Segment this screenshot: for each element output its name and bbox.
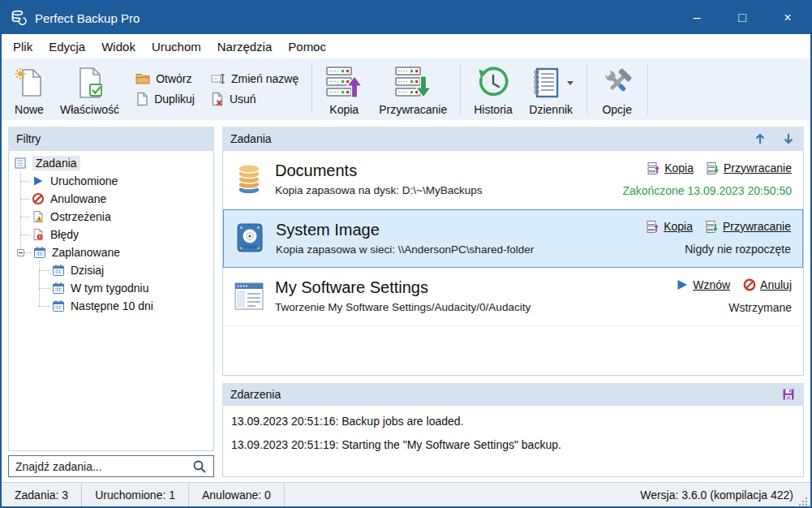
menu-uruchom[interactable]: Uruchom	[144, 37, 209, 57]
duplicate-button[interactable]: Duplikuj	[132, 90, 198, 108]
backup-link[interactable]: Kopia	[647, 220, 693, 233]
task-row-system-image[interactable]: System Image Kopia zapasowa w sieci: \\A…	[223, 209, 803, 268]
tree-item-ostrzezenia[interactable]: Ostrzeżenia	[9, 208, 213, 226]
cancel-link[interactable]: Anuluj	[743, 278, 792, 291]
tree-item-uruchomione[interactable]: Uruchomione	[9, 172, 213, 190]
close-button[interactable]: ×	[765, 2, 810, 34]
title-bar: Perfect Backup Pro – □ ×	[2, 2, 810, 34]
restore-label: Przywracanie	[379, 103, 447, 116]
right-column: Zadania	[222, 127, 804, 477]
toolbar-group-open-duplicate: Otwórz Duplikuj	[127, 61, 203, 118]
filters-header: Filtry	[8, 127, 214, 151]
calendar-icon	[52, 282, 65, 295]
search-input[interactable]	[15, 460, 192, 473]
backup-small-icon	[647, 220, 659, 233]
window-title: Perfect Backup Pro	[35, 11, 674, 25]
events-log: 13.09.2023 20:51:16: Backup jobs are loa…	[222, 406, 804, 477]
properties-label: Właściwość	[60, 103, 119, 116]
tree-item-label: Uruchomione	[50, 174, 118, 187]
task-description: Kopia zapasowa w sieci: \\AndersonPC\sha…	[276, 243, 647, 256]
tree-item-label: Błędy	[50, 228, 79, 241]
app-window: Perfect Backup Pro – □ × Plik Edycja Wid…	[0, 0, 812, 508]
move-up-icon[interactable]	[754, 132, 767, 146]
resume-link[interactable]: Wznów	[676, 278, 730, 291]
resize-grip[interactable]	[798, 497, 808, 506]
rename-label: Zmień nazwę	[231, 72, 299, 85]
task-title: System Image	[276, 221, 647, 239]
tree-connector	[20, 181, 30, 182]
minimize-button[interactable]: –	[674, 2, 720, 34]
tree-item-zadania[interactable]: Zadania	[9, 154, 213, 172]
event-line: 13.09.2023 20:51:19: Starting the "My So…	[231, 433, 795, 457]
app-window-icon	[233, 282, 265, 311]
restore-link-label: Przywracanie	[724, 161, 792, 174]
backup-link[interactable]: Kopia	[647, 161, 694, 174]
options-button[interactable]: Opcje	[592, 61, 642, 118]
maximize-button[interactable]: □	[720, 2, 765, 34]
toolbar-group-rename-delete: Zmień nazwę Usuń	[203, 61, 307, 118]
open-button[interactable]: Otwórz	[132, 71, 198, 87]
error-document-icon	[32, 228, 45, 241]
task-status: Wstrzymane	[728, 301, 792, 314]
backup-servers-icon	[325, 64, 363, 101]
collapse-expander-icon[interactable]	[17, 249, 24, 256]
delete-button[interactable]: Usuń	[208, 90, 302, 108]
duplicate-icon	[135, 92, 148, 106]
filters-tree: Zadania Uruchomione An	[8, 151, 214, 451]
rename-button[interactable]: Zmień nazwę	[208, 71, 302, 87]
version-label: Wersja: 3.6.0 (kompilacja 422)	[635, 489, 798, 502]
tree-item-anulowane[interactable]: Anulowane	[9, 190, 213, 208]
menu-narzedzia[interactable]: Narzędzia	[209, 37, 281, 57]
task-row-my-software-settings[interactable]: My Software Settings Tworzenie My Softwa…	[223, 268, 803, 326]
backup-button[interactable]: Kopia	[317, 61, 371, 118]
task-list-icon	[14, 157, 27, 170]
menu-widok[interactable]: Widok	[93, 37, 144, 57]
task-list: Documents Kopia zapasowa na dysk: D:\~\M…	[222, 151, 804, 376]
restore-link[interactable]: Przywracanie	[707, 161, 792, 174]
open-label: Otwórz	[156, 72, 191, 85]
task-row-documents[interactable]: Documents Kopia zapasowa na dysk: D:\~\M…	[223, 151, 803, 209]
block-icon	[743, 278, 756, 291]
events-header: Zdarzenia	[222, 383, 804, 406]
task-description: Kopia zapasowa na dysk: D:\~\MyBackups	[275, 184, 622, 196]
database-icon	[233, 163, 265, 196]
status-cancelled-count: Anulowane: 0	[189, 483, 284, 506]
backup-link-label: Kopia	[664, 220, 693, 233]
history-button[interactable]: Historia	[466, 61, 520, 118]
properties-button[interactable]: Właściwość	[52, 61, 127, 118]
tree-item-w-tym-tygodniu[interactable]: W tym tygodniu	[9, 279, 213, 297]
rename-icon	[211, 73, 226, 84]
filters-header-label: Filtry	[16, 132, 41, 145]
menu-plik[interactable]: Plik	[5, 37, 41, 57]
tree-item-nastepne-10-dni[interactable]: Następne 10 dni	[9, 297, 213, 315]
move-down-icon[interactable]	[782, 132, 796, 146]
tree-item-bledy[interactable]: Błędy	[9, 226, 213, 243]
journal-dropdown-icon[interactable]	[567, 81, 574, 85]
journal-icon	[529, 67, 561, 99]
tasks-panel: Zadania	[222, 127, 804, 376]
search-icon[interactable]	[192, 459, 207, 474]
history-icon	[476, 64, 510, 101]
tree-item-zaplanowane[interactable]: Zaplanowane	[9, 243, 213, 261]
task-status: Zakończone 13.09.2023 20:50:50	[622, 184, 792, 197]
duplicate-label: Duplikuj	[154, 93, 195, 105]
new-task-button[interactable]: Nowe	[6, 61, 52, 118]
status-tasks-count: Zadania: 3	[2, 483, 81, 506]
restore-link[interactable]: Przywracanie	[706, 220, 791, 233]
tree-item-label: Ostrzeżenia	[50, 210, 111, 223]
tree-connector	[20, 217, 30, 217]
tree-item-dzisiaj[interactable]: Dzisiaj	[9, 261, 213, 279]
options-label: Opcje	[602, 103, 632, 116]
tree-connector	[24, 252, 32, 253]
menu-edycja[interactable]: Edycja	[41, 37, 93, 57]
events-header-label: Zdarzenia	[230, 388, 281, 401]
open-folder-icon	[135, 72, 150, 85]
task-title: Documents	[275, 161, 622, 180]
play-icon	[32, 174, 45, 187]
save-log-icon[interactable]	[782, 388, 796, 402]
journal-button[interactable]: Dziennik	[521, 61, 582, 118]
tree-connector	[39, 270, 50, 271]
tree-item-label: Następne 10 dni	[71, 299, 153, 312]
restore-button[interactable]: Przywracanie	[371, 61, 455, 118]
menu-pomoc[interactable]: Pomoc	[280, 37, 334, 57]
